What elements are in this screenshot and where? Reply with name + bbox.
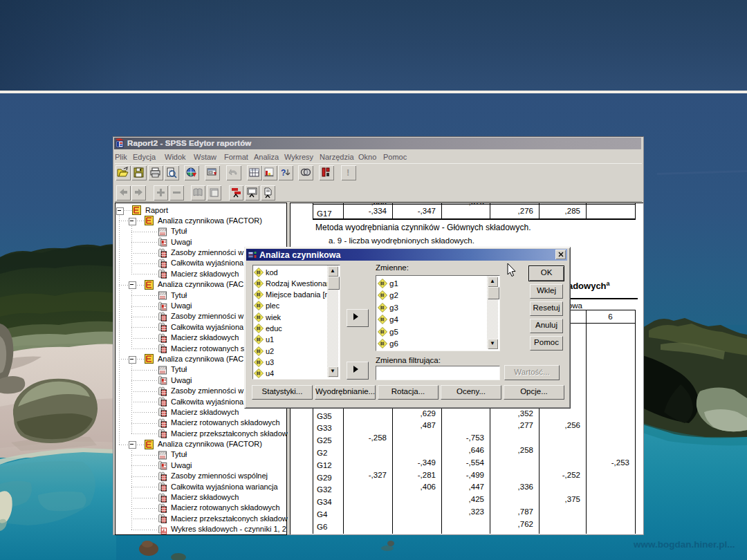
svg-text:www.bogdan.hiner.pl...: www.bogdan.hiner.pl... bbox=[633, 539, 735, 550]
svg-text:?: ? bbox=[281, 168, 286, 178]
svg-text:!: ! bbox=[347, 167, 349, 178]
